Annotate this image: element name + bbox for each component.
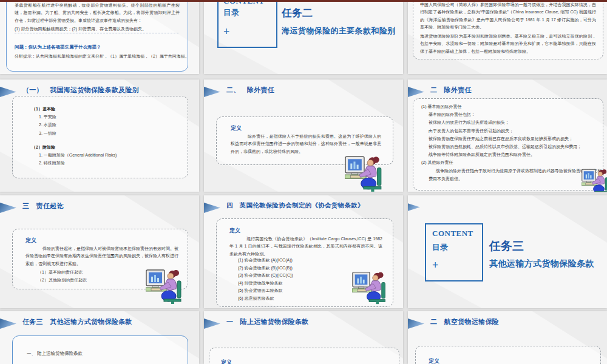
task-subtitle: 其他运输方式货物保险条款 [489,258,594,269]
list-item: (2) 其他除外责任 [421,158,602,166]
arrow-marker-icon [0,318,16,329]
facet-decoration [522,195,607,243]
list-item: 被保险货物在保险责任开始之前就已存在品质不良或数量短缺所形成的损失； [429,135,602,143]
person-at-computer-clipart [146,268,185,305]
list-item: (3) 协会货物条款 (C)(ICC(C)) [238,272,293,280]
slide-title: 三 责任起讫 [22,201,64,211]
list-item: （1）基本险 [32,105,117,113]
list-item: （1）基本险的责任起讫 [38,269,83,276]
risk-list: （1）基本险 1. 平安险 2. 水渍险 3. 一切险 （2）附加险 1. 一般… [32,105,117,167]
arrow-marker-icon [0,87,16,97]
slide-thumbnail-5[interactable]: 二、 除外责任 定义 除外责任，是指保险人不予赔偿的损失和费用。这是为了维护保险… [204,79,403,192]
slide-thumbnail-2[interactable]: CONTENT 目录 + 任务二 海运货物保险的主要条款和险别 [204,0,403,74]
definition-box [415,346,601,364]
question-text: 问题：你认为上述各项损失属于什么海损？ [15,44,185,51]
slide-thumbnail-12[interactable]: 二 航空货物运输保险 定义 [408,311,607,364]
body-text: 某载货船舶在航行途中突然触礁，致使部分货物遭到损失。使个别部位的船板产生裂缝，急… [15,2,180,24]
slide-thumbnail-1[interactable]: 某载货船舶在航行途中突然触礁，致使部分货物遭到损失。使个别部位的船板产生裂缝，急… [0,0,199,74]
definition-label: 定义 [229,227,240,235]
slide-title: （一） 我国海运货物保险条款及险别 [22,86,139,95]
definition-box [209,348,399,364]
list-item: 1. 平安险 [39,113,117,121]
list-item: 1. 一般附加险（General Additional Risks) [39,151,117,159]
list-item: (2) 协会货物条款 (B)(ICC(B)) [238,265,293,272]
body-text: (1) 部分货物因船触礁而损失；(2) 卸货费用、存仓费用以及货物损失。 [15,25,185,33]
arrow-marker-icon [204,87,220,97]
arrow-marker-icon [204,203,220,213]
icc-list: (1) 协会货物条款 (A)(ICC(A)) (2) 协会货物条款 (B)(IC… [238,257,293,303]
body-text: 海运货物保险险别分为基本险别和附加险别两类。基本险又称主险，是可以独立投保的险别… [420,33,596,55]
list-item: 被保险货物的自然损耗、品质特性以及市价跌落、运输延迟所引起的损失和费用； [429,143,602,150]
body-text: 中国人民保险公司（简称人保）参照国际保险市场的一般习惯做法，并结合我国实际情况，… [420,1,596,32]
top-red-strip [0,0,607,2]
plus-icon: + [223,25,229,38]
task-subtitle: 海运货物保险的主要条款和险别 [282,25,396,36]
list-item: 一、 陆上运输货物保险条款 [27,350,83,357]
definition-label: 定义 [429,357,439,364]
plus-icon: + [432,259,438,272]
slide-thumbnail-10[interactable]: 任务三 其他运输方式货物保险条款 一、 陆上运输货物保险条款 [0,311,199,364]
person-at-computer-clipart [582,168,607,192]
slide-title: 四 英国伦敦保险协会制定的《协会货物条款》 [226,201,364,210]
arrow-marker-icon [204,318,220,329]
exclusion-list: (1) 基本险的除外责任 基本险的除外责任包括： 被保险人的故意行为或过失所造成… [421,103,602,183]
list-item: 战争险的除外责任指由于敌对行为使用原子弹或热核制造的武器导致被保险货物的损失和 [436,167,602,175]
slide-thumbnail-7[interactable]: 三 责任起讫 定义 保险的责任起讫，是指保险人对被保险货物承担保险责任的有效时间… [0,195,199,308]
person-at-computer-clipart [345,155,385,192]
slide-thumbnail-8[interactable]: 四 英国伦敦保险协会制定的《协会货物条款》 定义 现行英国伦敦《协会货物条款》（… [204,195,403,308]
task-title: 任务三 [489,238,524,254]
arrow-marker-icon [408,87,424,97]
separator-line [15,33,178,33]
arrow-marker-icon [0,203,16,213]
toc-label: 目录 [432,242,448,253]
list-item: (4) 卸货货物战争险条款 [238,280,293,288]
list-item: (1) 协会货物条款 (A)(ICC(A)) [238,257,293,265]
arrow-marker-icon [408,318,424,329]
list-item: (5) 协会货物罢工险条款 [238,287,293,295]
definition-text: 保险的责任起讫，是指保险人对被保险货物承担保险责任的有效时间。被保险货物如果在保… [25,245,178,268]
list-item: 战争险等特殊附加险条款所规定的责任范围和除外责任。 [429,150,602,158]
slide-thumbnail-4[interactable]: （一） 我国海运货物保险条款及险别 （1）基本险 1. 平安险 2. 水渍险 3… [0,79,199,192]
definition-text: 除外责任，是指保险人不予赔偿的损失和费用。这是为了维护保险人的权益而对承保责任范… [231,133,381,155]
slide-title: 一 陆上运输货物保险条款 [226,317,309,326]
list-item: (6) 恶意损害险条款 [238,295,293,303]
analysis-text: 分析提示：从共同海损和单独海损的定义来分析，（1）属于单独海损，（2）属于共同海… [15,53,197,60]
slide-title: 任务三 其他运输方式货物保险条款 [22,317,132,326]
slide-thumbnail-9[interactable]: CONTENT 目录 + 任务三 其他运输方式货物保险条款 [408,195,607,308]
slide-grid-stage: 某载货船舶在航行途中突然触礁，致使部分货物遭到损失。使个别部位的船板产生裂缝，急… [0,0,607,364]
definition-label: 定义 [221,359,232,364]
list-item: 3. 一切险 [39,129,117,137]
slide-title: 二 除外责任 [430,86,472,95]
list-item: 费用不负责赔偿。 [429,175,602,183]
list-item: （2）其他险别的责任起讫 [38,277,87,284]
definition-text: 现行英国伦敦《协会货物条款》（Institute Cargo Clauses,I… [229,235,382,258]
list-item: (1) 基本险的除外责任 [421,103,602,110]
list-item: 由于发货人的包装不善等责任所引起的损失； [429,127,602,135]
content-label: CONTENT [432,229,473,238]
slide-title: 二 航空货物运输保险 [430,317,499,326]
slide-thumbnail-6[interactable]: 二 除外责任 (1) 基本险的除外责任 基本险的除外责任包括： 被保险人的故意行… [408,79,607,192]
task-title: 任务二 [282,6,313,20]
definition-label: 定义 [25,237,36,244]
list-item: 基本险的除外责任包括： [429,110,602,118]
toc-label: 目录 [223,7,239,18]
slide-thumbnail-11[interactable]: 一 陆上运输货物保险条款 定义 [204,311,403,364]
list-item: 被保险人的故意行为或过失所造成的损失； [429,118,602,126]
list-item: 2. 水渍险 [39,121,117,129]
definition-label: 定义 [231,124,242,132]
slide-title: 二、 除外责任 [226,86,274,95]
arrow-marker-icon [408,203,420,212]
list-item: 2. 特殊附加险 [39,159,117,167]
list-item: （2）附加险 [32,143,117,151]
slide-thumbnail-3[interactable]: 中国人民保险公司（简称人保）参照国际保险市场的一般习惯做法，并结合我国实际情况，… [408,0,607,74]
person-at-computer-clipart [352,271,388,305]
